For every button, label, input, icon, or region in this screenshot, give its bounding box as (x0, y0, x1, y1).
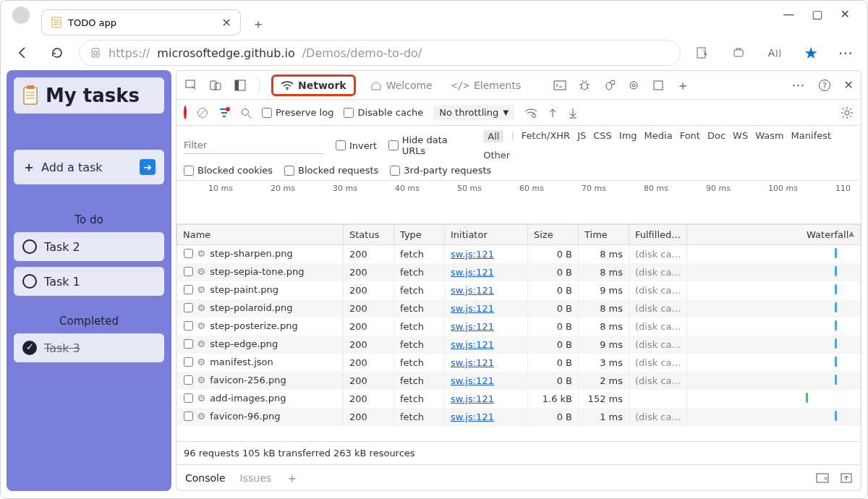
favorite-star-icon[interactable]: ★ (798, 40, 824, 66)
row-checkbox[interactable] (184, 249, 193, 258)
task-checkbox[interactable] (22, 341, 37, 355)
row-checkbox[interactable] (184, 393, 193, 403)
clear-icon[interactable] (197, 107, 208, 119)
column-type[interactable]: Type (394, 225, 445, 245)
filter-input[interactable] (184, 137, 324, 154)
collections-icon[interactable] (726, 40, 752, 66)
initiator-link[interactable]: sw.js:121 (451, 393, 494, 404)
task-checkbox[interactable] (22, 239, 37, 254)
panel-icon[interactable] (651, 80, 665, 91)
browser-tab[interactable]: TODO app ✕ (41, 9, 241, 35)
third-party-checkbox[interactable]: 3rd-party requests (390, 165, 491, 176)
more-menu-button[interactable]: ⋯ (833, 40, 859, 66)
type-filter-manifest[interactable]: Manifest (791, 130, 831, 142)
column-size[interactable]: Size (528, 225, 579, 245)
column-initiator[interactable]: Initiator (445, 225, 528, 245)
type-filter-img[interactable]: Img (619, 130, 637, 142)
upload-har-icon[interactable] (548, 107, 558, 119)
request-row[interactable]: ⚙step-sepia-tone.png200fetchsw.js:1210 B… (177, 263, 861, 281)
record-button[interactable] (184, 107, 187, 118)
type-filter-fetch/xhr[interactable]: Fetch/XHR (522, 130, 570, 142)
filter-toggle-icon[interactable] (218, 107, 230, 119)
drawer-expand-icon[interactable] (841, 473, 852, 483)
row-checkbox[interactable] (184, 339, 193, 349)
close-window-icon[interactable]: ✕ (841, 7, 850, 21)
initiator-link[interactable]: sw.js:121 (451, 249, 494, 260)
minimize-icon[interactable]: — (783, 7, 794, 21)
preserve-log-checkbox[interactable]: Preserve log (262, 107, 333, 118)
request-row[interactable]: ⚙manifest.json200fetchsw.js:1210 B3 ms(d… (177, 354, 861, 372)
drawer-tab-console[interactable]: Console (185, 472, 226, 484)
device-icon[interactable] (208, 79, 223, 92)
blocked-cookies-checkbox[interactable]: Blocked cookies (184, 165, 273, 176)
resource-type-filter[interactable]: All|Fetch/XHRJSCSSImgMediaFontDocWSWasmM… (483, 130, 854, 161)
request-row[interactable]: ⚙step-sharpen.png200fetchsw.js:1210 B8 m… (177, 245, 861, 264)
type-filter-media[interactable]: Media (644, 130, 673, 142)
overflow-icon[interactable]: ⋯ (792, 77, 805, 93)
gear-icon[interactable] (626, 80, 641, 91)
request-row[interactable]: ⚙step-edge.png200fetchsw.js:1210 B9 ms(d… (177, 336, 861, 354)
initiator-link[interactable]: sw.js:121 (451, 357, 494, 368)
add-task-input[interactable]: ＋ Add a task ➔ (14, 150, 164, 184)
site-info-icon[interactable] (90, 47, 101, 59)
initiator-link[interactable]: sw.js:121 (451, 321, 494, 332)
tab-close-icon[interactable]: ✕ (222, 16, 231, 30)
type-filter-other[interactable]: Other (483, 150, 510, 161)
type-filter-all[interactable]: All (483, 130, 503, 142)
back-button[interactable] (9, 40, 35, 66)
initiator-link[interactable]: sw.js:121 (451, 375, 494, 386)
request-row[interactable]: ⚙favicon-256.png200fetchsw.js:1210 B2 ms… (177, 372, 861, 390)
submit-task-button[interactable]: ➔ (140, 159, 156, 175)
type-filter-css[interactable]: CSS (593, 130, 612, 142)
row-checkbox[interactable] (184, 285, 193, 294)
refresh-button[interactable] (44, 40, 70, 66)
command-icon[interactable] (553, 80, 567, 90)
blocked-requests-checkbox[interactable]: Blocked requests (284, 165, 378, 176)
bug2-icon[interactable] (602, 80, 616, 91)
tab-network[interactable]: Network (271, 74, 356, 96)
new-tab-button[interactable]: ＋ (247, 12, 270, 35)
hide-data-urls-checkbox[interactable]: Hide data URLs (388, 135, 472, 156)
task-item[interactable]: Task 2 (14, 232, 164, 261)
request-row[interactable]: ⚙step-polaroid.png200fetchsw.js:1210 B8 … (177, 299, 861, 317)
inspect-icon[interactable] (184, 79, 198, 92)
help-icon[interactable]: ? (818, 79, 831, 92)
request-row[interactable]: ⚙step-posterize.png200fetchsw.js:1210 B8… (177, 317, 861, 336)
type-filter-wasm[interactable]: Wasm (755, 130, 783, 142)
edit-icon[interactable] (689, 40, 715, 66)
row-checkbox[interactable] (184, 267, 193, 276)
throttling-select[interactable]: No throttling▼ (433, 105, 514, 120)
tab-welcome[interactable]: Welcome (366, 77, 437, 94)
type-filter-js[interactable]: JS (577, 130, 586, 142)
network-conditions-icon[interactable] (524, 108, 537, 118)
initiator-link[interactable]: sw.js:121 (451, 285, 494, 296)
column-waterfall[interactable]: Waterfall▲ (687, 225, 861, 245)
initiator-link[interactable]: sw.js:121 (451, 303, 494, 314)
initiator-link[interactable]: sw.js:121 (451, 339, 494, 350)
close-devtools-icon[interactable]: ✕ (844, 78, 854, 92)
invert-checkbox[interactable]: Invert (336, 140, 377, 151)
disable-cache-checkbox[interactable]: Disable cache (344, 107, 423, 118)
row-checkbox[interactable] (184, 357, 193, 367)
column-time[interactable]: Time (579, 225, 629, 245)
read-aloud-icon[interactable]: A)) (762, 40, 788, 66)
initiator-link[interactable]: sw.js:121 (451, 267, 494, 278)
profile-avatar[interactable] (12, 7, 30, 24)
request-row[interactable]: ⚙add-images.png200fetchsw.js:1211.6 kB15… (177, 390, 861, 408)
column-fulfilled…[interactable]: Fulfilled… (629, 225, 687, 245)
column-name[interactable]: Name (177, 225, 344, 245)
column-status[interactable]: Status (344, 225, 394, 245)
row-checkbox[interactable] (184, 303, 193, 312)
type-filter-ws[interactable]: WS (733, 130, 748, 142)
type-filter-doc[interactable]: Doc (707, 130, 726, 142)
request-row[interactable]: ⚙favicon-96.png200fetchsw.js:1210 B1 ms(… (177, 408, 861, 426)
network-timeline[interactable]: 10 ms20 ms30 ms40 ms50 ms60 ms70 ms80 ms… (176, 181, 861, 224)
drawer-dock-icon[interactable] (816, 473, 829, 483)
row-checkbox[interactable] (184, 411, 193, 421)
dock-icon[interactable] (233, 79, 247, 92)
task-item[interactable]: Task 1 (14, 267, 164, 296)
maximize-icon[interactable]: ▢ (812, 7, 822, 21)
type-filter-font[interactable]: Font (680, 130, 700, 142)
row-checkbox[interactable] (184, 375, 193, 385)
row-checkbox[interactable] (184, 321, 193, 330)
